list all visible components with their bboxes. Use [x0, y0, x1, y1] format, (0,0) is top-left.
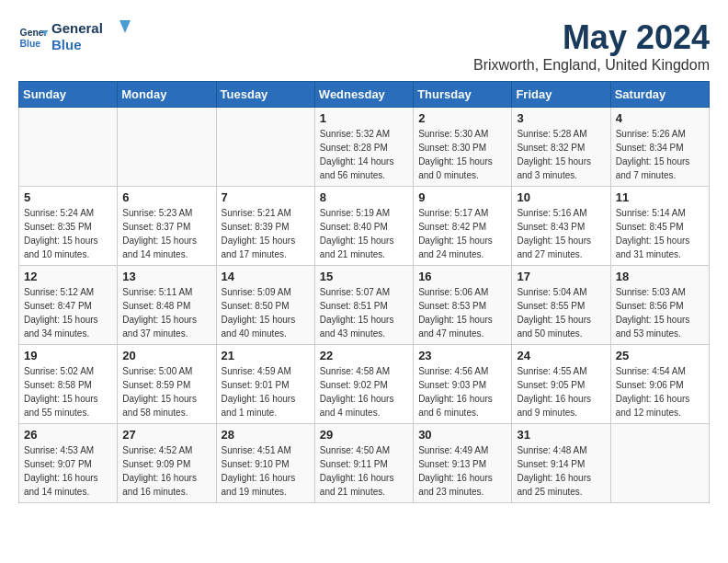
svg-text:Blue: Blue: [51, 37, 82, 52]
day-info: Sunrise: 5:07 AMSunset: 8:51 PMDaylight:…: [320, 285, 408, 340]
day-info: Sunrise: 4:48 AMSunset: 9:14 PMDaylight:…: [517, 443, 605, 499]
day-info: Sunrise: 5:03 AMSunset: 8:56 PMDaylight:…: [616, 285, 704, 340]
day-number: 9: [418, 190, 506, 204]
month-title: May 2024: [473, 18, 710, 57]
cell-week5-day3: 29Sunrise: 4:50 AMSunset: 9:11 PMDayligh…: [314, 424, 413, 503]
day-info: Sunrise: 5:21 AMSunset: 8:39 PMDaylight:…: [222, 206, 310, 261]
cell-week2-day3: 8Sunrise: 5:19 AMSunset: 8:40 PMDaylight…: [314, 187, 413, 266]
day-number: 27: [122, 428, 210, 442]
logo-text: General Blue: [51, 18, 134, 57]
col-tuesday: Tuesday: [216, 82, 314, 108]
col-friday: Friday: [512, 82, 610, 108]
day-info: Sunrise: 5:06 AMSunset: 8:53 PMDaylight:…: [418, 285, 506, 340]
svg-text:Blue: Blue: [20, 39, 41, 49]
day-number: 7: [222, 190, 310, 204]
cell-week4-day4: 23Sunrise: 4:56 AMSunset: 9:03 PMDayligh…: [414, 345, 512, 424]
day-number: 8: [320, 190, 408, 204]
col-saturday: Saturday: [610, 82, 709, 108]
day-number: 6: [122, 190, 210, 204]
day-number: 17: [517, 270, 605, 283]
cell-week5-day6: [610, 424, 709, 503]
cell-week2-day1: 6Sunrise: 5:23 AMSunset: 8:37 PMDaylight…: [118, 187, 216, 266]
day-number: 31: [517, 428, 605, 442]
cell-week4-day0: 19Sunrise: 5:02 AMSunset: 8:58 PMDayligh…: [19, 345, 118, 424]
col-sunday: Sunday: [19, 82, 118, 108]
cell-week4-day2: 21Sunrise: 4:59 AMSunset: 9:01 PMDayligh…: [216, 345, 314, 424]
cell-week3-day5: 17Sunrise: 5:04 AMSunset: 8:55 PMDayligh…: [512, 266, 610, 345]
cell-week4-day1: 20Sunrise: 5:00 AMSunset: 8:59 PMDayligh…: [118, 345, 216, 424]
cell-week1-day2: [216, 108, 314, 187]
day-info: Sunrise: 5:32 AMSunset: 8:28 PMDaylight:…: [320, 127, 408, 182]
day-info: Sunrise: 5:30 AMSunset: 8:30 PMDaylight:…: [418, 127, 506, 182]
day-info: Sunrise: 5:19 AMSunset: 8:40 PMDaylight:…: [320, 206, 408, 261]
day-info: Sunrise: 5:16 AMSunset: 8:43 PMDaylight:…: [517, 206, 605, 261]
cell-week1-day1: [118, 108, 216, 187]
cell-week2-day5: 10Sunrise: 5:16 AMSunset: 8:43 PMDayligh…: [512, 187, 610, 266]
day-info: Sunrise: 5:04 AMSunset: 8:55 PMDaylight:…: [517, 285, 605, 340]
day-info: Sunrise: 5:17 AMSunset: 8:42 PMDaylight:…: [418, 206, 506, 261]
svg-marker-5: [119, 20, 131, 33]
cell-week4-day5: 24Sunrise: 4:55 AMSunset: 9:05 PMDayligh…: [512, 345, 610, 424]
cell-week5-day1: 27Sunrise: 4:52 AMSunset: 9:09 PMDayligh…: [118, 424, 216, 503]
day-number: 28: [222, 428, 310, 442]
cell-week2-day0: 5Sunrise: 5:24 AMSunset: 8:35 PMDaylight…: [19, 187, 118, 266]
week-row-1: 1Sunrise: 5:32 AMSunset: 8:28 PMDaylight…: [19, 108, 710, 187]
cell-week1-day0: [19, 108, 118, 187]
day-info: Sunrise: 4:54 AMSunset: 9:06 PMDaylight:…: [616, 364, 704, 419]
cell-week2-day4: 9Sunrise: 5:17 AMSunset: 8:42 PMDaylight…: [414, 187, 512, 266]
day-number: 26: [24, 428, 112, 442]
day-info: Sunrise: 4:55 AMSunset: 9:05 PMDaylight:…: [517, 364, 605, 419]
day-number: 25: [616, 349, 704, 362]
day-info: Sunrise: 4:52 AMSunset: 9:09 PMDaylight:…: [122, 443, 210, 499]
day-number: 11: [616, 190, 704, 204]
cell-week3-day1: 13Sunrise: 5:11 AMSunset: 8:48 PMDayligh…: [118, 266, 216, 345]
cell-week2-day2: 7Sunrise: 5:21 AMSunset: 8:39 PMDaylight…: [216, 187, 314, 266]
week-row-5: 26Sunrise: 4:53 AMSunset: 9:07 PMDayligh…: [19, 424, 710, 503]
cell-week5-day0: 26Sunrise: 4:53 AMSunset: 9:07 PMDayligh…: [19, 424, 118, 503]
cell-week4-day3: 22Sunrise: 4:58 AMSunset: 9:02 PMDayligh…: [314, 345, 413, 424]
day-number: 19: [24, 349, 112, 362]
day-info: Sunrise: 5:02 AMSunset: 8:58 PMDaylight:…: [24, 364, 112, 419]
week-row-2: 5Sunrise: 5:24 AMSunset: 8:35 PMDaylight…: [19, 187, 710, 266]
day-info: Sunrise: 5:26 AMSunset: 8:34 PMDaylight:…: [616, 127, 704, 182]
cell-week1-day5: 3Sunrise: 5:28 AMSunset: 8:32 PMDaylight…: [512, 108, 610, 187]
cell-week1-day4: 2Sunrise: 5:30 AMSunset: 8:30 PMDaylight…: [414, 108, 512, 187]
day-number: 18: [616, 270, 704, 283]
day-number: 30: [418, 428, 506, 442]
col-monday: Monday: [118, 82, 216, 108]
day-info: Sunrise: 4:49 AMSunset: 9:13 PMDaylight:…: [418, 443, 506, 499]
day-info: Sunrise: 4:50 AMSunset: 9:11 PMDaylight:…: [320, 443, 408, 499]
week-row-3: 12Sunrise: 5:12 AMSunset: 8:47 PMDayligh…: [19, 266, 710, 345]
week-row-4: 19Sunrise: 5:02 AMSunset: 8:58 PMDayligh…: [19, 345, 710, 424]
col-thursday: Thursday: [414, 82, 512, 108]
day-number: 22: [320, 349, 408, 362]
col-wednesday: Wednesday: [314, 82, 413, 108]
day-number: 3: [517, 111, 605, 125]
title-block: May 2024 Brixworth, England, United King…: [473, 18, 710, 74]
cell-week2-day6: 11Sunrise: 5:14 AMSunset: 8:45 PMDayligh…: [610, 187, 709, 266]
day-number: 2: [418, 111, 506, 125]
day-number: 14: [222, 270, 310, 283]
day-number: 10: [517, 190, 605, 204]
day-number: 12: [24, 270, 112, 283]
cell-week5-day2: 28Sunrise: 4:51 AMSunset: 9:10 PMDayligh…: [216, 424, 314, 503]
day-info: Sunrise: 4:51 AMSunset: 9:10 PMDaylight:…: [222, 443, 310, 499]
day-number: 1: [320, 111, 408, 125]
cell-week3-day6: 18Sunrise: 5:03 AMSunset: 8:56 PMDayligh…: [610, 266, 709, 345]
day-info: Sunrise: 5:11 AMSunset: 8:48 PMDaylight:…: [122, 285, 210, 340]
day-number: 29: [320, 428, 408, 442]
day-info: Sunrise: 5:00 AMSunset: 8:59 PMDaylight:…: [122, 364, 210, 419]
day-info: Sunrise: 4:53 AMSunset: 9:07 PMDaylight:…: [24, 443, 112, 499]
day-number: 15: [320, 270, 408, 283]
day-info: Sunrise: 4:59 AMSunset: 9:01 PMDaylight:…: [222, 364, 310, 419]
day-number: 23: [418, 349, 506, 362]
logo-icon: General Blue: [18, 23, 48, 52]
day-info: Sunrise: 5:28 AMSunset: 8:32 PMDaylight:…: [517, 127, 605, 182]
location: Brixworth, England, United Kingdom: [473, 57, 710, 74]
day-info: Sunrise: 5:23 AMSunset: 8:37 PMDaylight:…: [122, 206, 210, 261]
day-info: Sunrise: 4:56 AMSunset: 9:03 PMDaylight:…: [418, 364, 506, 419]
day-number: 5: [24, 190, 112, 204]
cell-week3-day3: 15Sunrise: 5:07 AMSunset: 8:51 PMDayligh…: [314, 266, 413, 345]
day-number: 13: [122, 270, 210, 283]
day-number: 21: [222, 349, 310, 362]
